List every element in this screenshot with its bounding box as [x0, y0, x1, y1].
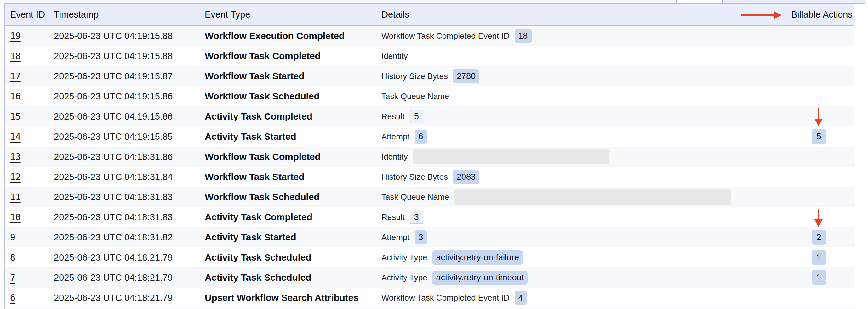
timestamp-cell: 2025-06-23 UTC 04:18:31.86 — [54, 147, 173, 167]
detail-label: Workflow Task Completed Event ID — [381, 293, 509, 303]
timestamp: 2025-06-23 UTC 04:18:21.79 — [54, 293, 173, 303]
event-type-cell: Activity Task Scheduled — [205, 247, 311, 268]
event-id-link[interactable]: 15 — [10, 111, 21, 122]
event-type-cell: Activity Task Scheduled — [205, 268, 311, 287]
details-cell: Workflow Task Completed Event ID 18 — [381, 26, 532, 46]
table-row[interactable]: 18 2025-06-23 UTC 04:19:15.88 Workflow T… — [5, 46, 865, 66]
detail-value — [454, 190, 731, 205]
event-id-cell: 19 — [10, 26, 21, 46]
detail-value: 4 — [515, 291, 527, 305]
timestamp-cell: 2025-06-23 UTC 04:19:15.85 — [54, 127, 173, 147]
table-row[interactable]: 11 2025-06-23 UTC 04:18:31.83 Workflow T… — [5, 187, 865, 207]
clipped-strip-right — [723, 0, 865, 3]
timestamp: 2025-06-23 UTC 04:19:15.85 — [54, 132, 173, 142]
timestamp: 2025-06-23 UTC 04:19:15.88 — [54, 51, 173, 61]
timestamp: 2025-06-23 UTC 04:18:31.83 — [54, 212, 173, 222]
event-type-cell: Activity Task Started — [205, 227, 296, 247]
timestamp-cell: 2025-06-23 UTC 04:19:15.87 — [54, 66, 173, 86]
table-row[interactable]: 16 2025-06-23 UTC 04:19:15.86 Workflow T… — [5, 86, 865, 106]
details-cell: Result 5 — [381, 106, 423, 127]
event-id-link[interactable]: 6 — [10, 293, 16, 303]
event-id-cell: 16 — [10, 86, 21, 106]
billable-actions-cell — [804, 66, 833, 86]
details-cell: Workflow Task Completed Event ID 4 — [381, 287, 527, 308]
event-type: Activity Task Completed — [205, 212, 312, 222]
event-type: Workflow Task Started — [205, 171, 304, 182]
column-header-timestamp: Timestamp — [54, 4, 99, 25]
event-type: Activity Task Started — [205, 131, 296, 142]
billable-value: 1 — [812, 250, 826, 265]
event-id-link[interactable]: 11 — [10, 192, 21, 202]
billable-actions-cell — [804, 26, 833, 46]
table-row[interactable]: 17 2025-06-23 UTC 04:19:15.87 Workflow T… — [5, 66, 865, 86]
timestamp-cell: 2025-06-23 UTC 04:18:21.79 — [54, 268, 173, 287]
event-type-cell: Workflow Task Started — [205, 66, 304, 86]
detail-label: Attempt — [381, 233, 410, 242]
details-cell: Identity — [381, 147, 609, 167]
table-row[interactable]: 8 2025-06-23 UTC 04:18:21.79 Activity Ta… — [5, 247, 865, 268]
event-id-link[interactable]: 8 — [10, 252, 16, 263]
event-type: Workflow Task Completed — [205, 51, 321, 61]
table-row[interactable]: 9 2025-06-23 UTC 04:18:31.82 Activity Ta… — [5, 227, 865, 247]
detail-value: 18 — [515, 29, 532, 43]
event-id-link[interactable]: 16 — [10, 91, 21, 102]
event-id-link[interactable]: 7 — [10, 273, 16, 283]
event-id-link[interactable]: 12 — [10, 172, 21, 182]
detail-label: History Size Bytes — [381, 71, 448, 81]
table-row[interactable]: 15 2025-06-23 UTC 04:19:15.86 Activity T… — [5, 106, 865, 127]
details-cell: Attempt 6 — [381, 127, 427, 147]
scrollbar-track[interactable] — [854, 4, 865, 309]
detail-value: 5 — [410, 110, 423, 123]
timestamp: 2025-06-23 UTC 04:19:15.86 — [54, 91, 173, 102]
billable-actions-cell — [804, 287, 833, 308]
table-row[interactable]: 6 2025-06-23 UTC 04:18:21.79 Upsert Work… — [5, 287, 865, 308]
detail-label: Identity — [381, 51, 408, 61]
event-type-cell: Workflow Execution Completed — [205, 26, 345, 46]
details-cell: Identity — [381, 46, 408, 66]
detail-label: Activity Type — [381, 253, 427, 263]
event-type-cell: Upsert Workflow Search Attributes — [205, 287, 359, 308]
clipped-toolbar-strip — [0, 0, 868, 3]
event-type-cell: Activity Task Completed — [205, 207, 312, 227]
timestamp: 2025-06-23 UTC 04:18:31.83 — [54, 192, 173, 202]
event-type-cell: Workflow Task Started — [205, 167, 304, 187]
table-row[interactable]: 13 2025-06-23 UTC 04:18:31.86 Workflow T… — [5, 147, 865, 167]
event-type: Workflow Task Completed — [205, 151, 321, 162]
event-history-table: Event ID Timestamp Event Type Details Bi… — [4, 3, 865, 309]
details-cell: Result 3 — [381, 207, 423, 227]
column-header-details: Details — [381, 4, 409, 25]
detail-value: 6 — [415, 130, 427, 144]
table-row[interactable]: 14 2025-06-23 UTC 04:19:15.85 Activity T… — [5, 127, 865, 147]
event-id-cell: 18 — [10, 46, 21, 66]
detail-value: 2780 — [453, 69, 479, 83]
event-id-cell: 14 — [10, 127, 21, 147]
event-type: Activity Task Completed — [205, 111, 312, 122]
event-id-link[interactable]: 17 — [10, 71, 21, 81]
event-id-cell: 15 — [10, 106, 21, 127]
table-row[interactable]: 12 2025-06-23 UTC 04:18:31.84 Workflow T… — [5, 167, 865, 187]
billable-actions-cell — [804, 86, 833, 106]
timestamp: 2025-06-23 UTC 04:18:31.84 — [54, 172, 173, 182]
billable-actions-cell — [804, 187, 833, 207]
event-id-link[interactable]: 13 — [10, 152, 21, 162]
table-row[interactable]: 7 2025-06-23 UTC 04:18:21.79 Activity Ta… — [5, 268, 865, 287]
detail-value: activity.retry-on-failure — [432, 250, 523, 265]
timestamp: 2025-06-23 UTC 04:19:15.88 — [54, 31, 173, 41]
timestamp-cell: 2025-06-23 UTC 04:18:21.79 — [54, 287, 173, 308]
event-type: Workflow Execution Completed — [205, 31, 345, 41]
event-id-link[interactable]: 10 — [10, 212, 21, 222]
timestamp-cell: 2025-06-23 UTC 04:19:15.88 — [54, 26, 173, 46]
billable-value: 2 — [812, 230, 826, 245]
event-type: Activity Task Scheduled — [205, 272, 311, 283]
detail-label: History Size Bytes — [381, 172, 448, 182]
billable-actions-cell: 5 — [804, 127, 833, 147]
event-id-link[interactable]: 14 — [10, 132, 21, 142]
event-id-link[interactable]: 19 — [10, 31, 21, 41]
event-id-link[interactable]: 9 — [10, 232, 16, 243]
event-id-cell: 12 — [10, 167, 21, 187]
column-header-billable-actions: Billable Actions — [791, 4, 852, 25]
detail-label: Result — [381, 112, 405, 122]
table-row[interactable]: 19 2025-06-23 UTC 04:19:15.88 Workflow E… — [5, 26, 865, 46]
table-row[interactable]: 10 2025-06-23 UTC 04:18:31.83 Activity T… — [5, 207, 865, 227]
event-id-link[interactable]: 18 — [10, 51, 21, 61]
